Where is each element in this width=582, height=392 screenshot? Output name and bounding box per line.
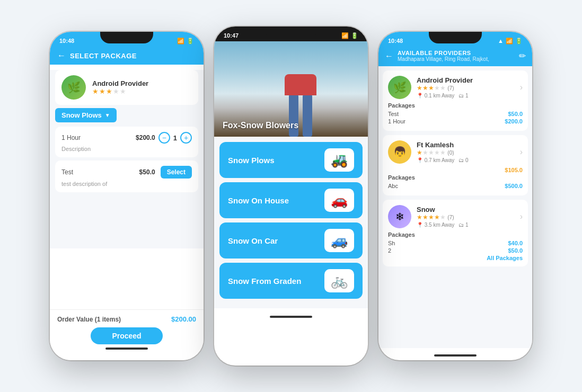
provider-name-left: Android Provider <box>92 79 148 87</box>
service-icon-0: 🚜 <box>324 148 354 172</box>
provider-card-left: 🌿 Android Provider ★★★★★ <box>55 70 198 105</box>
battery-icon-center: 🔋 <box>351 32 358 39</box>
service-item-0[interactable]: Snow Plows 🚜 <box>219 142 363 178</box>
provider-avatar-left: 🌿 <box>61 75 86 100</box>
select-package-btn[interactable]: Select <box>161 166 192 179</box>
status-icons-left: 📶 🔋 <box>177 38 194 44</box>
phone-right: 10:48 ▲ 📶 🔋 ← AVAILABLE PROVIDERS Madhap… <box>378 32 532 360</box>
hero-image: Fox-Snow Blowers <box>214 41 368 137</box>
proceed-button[interactable]: Proceed <box>91 327 162 344</box>
provider-info-1: Ft Kamlesh ★★★★★ (0) 📍 0.7 km Away 🗂 0 <box>417 141 515 163</box>
all-packages-link[interactable]: All Packages <box>388 255 523 261</box>
pkg-row-0-1: 1 Hour $200.0 <box>388 118 523 124</box>
order-value-row: Order Value (1 items) $200.00 <box>57 315 196 323</box>
time-left: 10:48 <box>59 38 74 44</box>
jobs-2: 🗂 1 <box>458 222 468 228</box>
providers-header: ← AVAILABLE PROVIDERS Madhapara Village,… <box>378 47 532 66</box>
provider-meta-1: 📍 0.7 km Away 🗂 0 <box>417 157 515 163</box>
dropdown-label: Snow Plows <box>61 111 102 119</box>
providers-title-block: AVAILABLE PROVIDERS Madhapara Village, R… <box>398 50 515 62</box>
status-icons-center: 📶 🔋 <box>341 32 358 39</box>
provider-stars-left: ★★★★★ <box>92 87 148 95</box>
service-item-1[interactable]: Snow On House 🚗 <box>219 182 363 218</box>
home-indicator-right <box>434 354 477 357</box>
package-card-2: Test $50.0 Select test description of <box>55 161 198 192</box>
provider-item-2: ❄ Snow ★★★★★ (7) 📍 3.5 km Away 🗂 1 › Pac… <box>383 200 528 266</box>
provider-meta-2: 📍 3.5 km Away 🗂 1 <box>417 222 515 228</box>
provider-item-0: 🌿 Android Provider ★★★★★ (7) 📍 0.1 km Aw… <box>383 70 528 131</box>
phones-container: 10:48 📶 🔋 ← SELECT PACKAGE 🌿 Android Pro… <box>50 26 532 366</box>
service-icon-3: 🚲 <box>324 269 354 292</box>
service-name-0: Snow Plows <box>228 156 275 165</box>
distance-2: 📍 3.5 km Away <box>417 222 454 228</box>
provider-list: 🌿 Android Provider ★★★★★ (7) 📍 0.1 km Aw… <box>378 66 532 348</box>
pkg1-description: Description <box>61 146 192 152</box>
jobs-1: 🗂 0 <box>458 157 468 163</box>
pkg1-label: 1 Hour <box>61 134 81 141</box>
packages-label-2: Packages <box>388 231 523 238</box>
provider-item-1: 👦 Ft Kamlesh ★★★★★ (0) 📍 0.7 km Away 🗂 0… <box>383 135 528 195</box>
distance-1: 📍 0.7 km Away <box>417 157 454 163</box>
qty-control-1: $200.0 − 1 + <box>136 132 192 144</box>
snow-plows-dropdown[interactable]: Snow Plows ▼ <box>55 108 117 122</box>
provider-stars-2: ★★★★★ (7) <box>417 213 515 221</box>
notch-right <box>429 32 482 43</box>
select-package-title: SELECT PACKAGE <box>70 52 137 60</box>
chevron-down-icon: ▼ <box>105 112 110 118</box>
provider-stars-0: ★★★★★ (7) <box>417 84 515 92</box>
chevron-icon-2[interactable]: › <box>520 212 523 221</box>
package-card-1: 1 Hour $200.0 − 1 + Description <box>55 127 198 157</box>
pkg-row-2-0: Sh $40.0 <box>388 240 523 246</box>
provider-avatar-1: 👦 <box>388 140 411 164</box>
qty-minus-btn[interactable]: − <box>158 132 170 144</box>
service-item-2[interactable]: Snow On Car 🚙 <box>219 222 363 259</box>
service-item-3[interactable]: Snow From Graden 🚲 <box>219 263 363 299</box>
service-name-3: Snow From Graden <box>228 277 301 286</box>
packages-label-1: Packages <box>388 174 523 181</box>
pkg-row-0-0: Test $50.0 <box>388 111 523 117</box>
battery-icon-right: 🔋 <box>515 38 523 44</box>
notch-left <box>100 32 153 43</box>
pkg-row-2-1: 2 $50.0 <box>388 247 523 254</box>
notch-center <box>264 26 318 38</box>
service-name-2: Snow On Car <box>228 236 278 245</box>
phone-footer-left: Order Value (1 items) $200.00 Proceed <box>50 309 204 360</box>
provider-item-name-0: Android Provider <box>417 76 515 84</box>
qty-plus-btn[interactable]: + <box>180 132 192 144</box>
jobs-0: 🗂 1 <box>458 93 468 99</box>
distance-0: 📍 0.1 km Away <box>417 93 454 99</box>
pkg2-label: Test <box>61 168 73 176</box>
edit-icon[interactable]: ✏ <box>519 51 526 61</box>
home-indicator-left <box>105 348 148 350</box>
back-arrow-right[interactable]: ← <box>385 51 393 61</box>
home-indicator-center <box>270 316 312 318</box>
provider-item-name-2: Snow <box>417 206 515 213</box>
pkg1-price: $200.0 <box>136 134 155 141</box>
hero-label: Fox-Snow Blowers <box>223 121 298 130</box>
pkg2-description: test description of <box>61 181 192 187</box>
extra-price-1: $105.0 <box>388 167 523 173</box>
chevron-icon-1[interactable]: › <box>520 147 523 157</box>
provider-item-name-1: Ft Kamlesh <box>417 141 515 149</box>
back-arrow-left[interactable]: ← <box>57 51 66 60</box>
qty-number: 1 <box>173 134 177 142</box>
wifi-icon: 📶 <box>177 38 184 44</box>
packages-label-0: Packages <box>388 102 523 109</box>
provider-meta-0: 📍 0.1 km Away 🗂 1 <box>417 93 515 99</box>
provider-info-2: Snow ★★★★★ (7) 📍 3.5 km Away 🗂 1 <box>417 206 515 228</box>
service-list: Snow Plows 🚜 Snow On House 🚗 Snow On Car… <box>214 137 368 308</box>
wifi-icon-center: 📶 <box>341 32 349 39</box>
phone-left: 10:48 📶 🔋 ← SELECT PACKAGE 🌿 Android Pro… <box>50 32 204 360</box>
provider-avatar-0: 🌿 <box>388 76 411 99</box>
wifi-icon-right: 📶 <box>506 38 513 44</box>
header-bar-left: ← SELECT PACKAGE <box>50 47 204 65</box>
pkg-row-1-0: Abc $500.0 <box>388 183 523 189</box>
chevron-icon-0[interactable]: › <box>520 83 523 92</box>
providers-subtitle: Madhapara Village, Ring Road, Rajkot, <box>398 56 515 62</box>
time-right: 10:48 <box>388 38 403 44</box>
location-icon-right: ▲ <box>498 38 504 44</box>
service-icon-2: 🚙 <box>324 229 354 252</box>
order-amount: $200.00 <box>171 315 196 323</box>
provider-stars-1: ★★★★★ (0) <box>417 149 515 156</box>
providers-title: AVAILABLE PROVIDERS <box>398 50 515 56</box>
